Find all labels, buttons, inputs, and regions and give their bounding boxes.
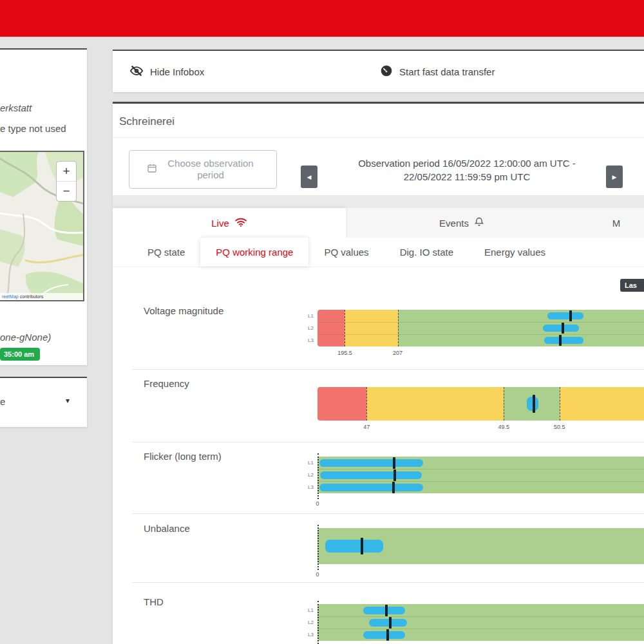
bell-icon <box>474 216 484 229</box>
chart-section: Voltage magnitude195.5207L1L2L3 <box>132 267 644 370</box>
map-zoom-in-button[interactable]: + <box>57 162 76 182</box>
row-label: L3 <box>299 632 314 638</box>
row-label: L1 <box>299 460 314 466</box>
infobox-panel: erkstatt e type not used + − reetMap con… <box>0 48 87 365</box>
zone-boundary-line <box>366 387 367 421</box>
range-bar <box>363 607 405 614</box>
fast-data-transfer-label: Start fast data transfer <box>399 66 495 77</box>
subtab-pq-values[interactable]: PQ values <box>308 238 384 267</box>
divider-strip <box>113 195 644 208</box>
row-label: L1 <box>299 607 314 613</box>
zero-line <box>317 453 319 499</box>
band-overlay: 0 <box>317 604 644 641</box>
hide-infobox-label: Hide Infobox <box>150 66 204 77</box>
subtab-pq-working-range[interactable]: PQ working range <box>200 238 308 267</box>
gauge-icon <box>380 64 393 79</box>
map-attribution: reetMap contributors <box>0 293 83 300</box>
range-bar <box>325 540 383 553</box>
tick-label: 207 <box>393 350 402 356</box>
device-type-note: e type not used <box>0 123 66 134</box>
map-attribution-link[interactable]: reetMap <box>2 294 19 299</box>
subtab-energy-values[interactable]: Energy values <box>469 238 561 267</box>
next-period-button[interactable]: ▶ <box>606 166 623 188</box>
chart-section: Flicker (long term)0L1L2L3 <box>132 442 644 514</box>
previous-period-button[interactable]: ◀ <box>301 166 317 188</box>
row-label: L3 <box>299 337 314 343</box>
tab-measurements[interactable]: M <box>578 208 644 238</box>
device-code: one-gNone) <box>0 332 51 343</box>
chart-title: Frequency <box>144 378 189 389</box>
main-panel: Schreinerei Choose observation period ◀ … <box>113 102 644 644</box>
sub-tabs: PQ state PQ working range PQ values Dig.… <box>113 238 644 267</box>
tick-label: 0 <box>316 500 319 507</box>
divider <box>113 137 644 138</box>
choose-observation-period-label: Choose observation period <box>162 158 259 181</box>
location-map[interactable]: + − reetMap contributors <box>0 151 84 301</box>
chart-section: THD0L1L2L3 <box>132 583 644 644</box>
zero-line <box>317 601 319 644</box>
zone-boundary-line <box>504 387 504 421</box>
tick-label: 49.5 <box>498 424 510 430</box>
calendar-icon <box>147 163 157 176</box>
tick-label: 50.5 <box>554 424 565 430</box>
timestamp-badge: 35:00 am <box>0 348 40 361</box>
subtab-pq-state[interactable]: PQ state <box>132 238 200 267</box>
chevron-down-icon[interactable]: ▾ <box>66 396 70 405</box>
row-label: L2 <box>299 472 314 478</box>
tab-events[interactable]: Events <box>346 208 578 238</box>
chart-title: Flicker (long term) <box>144 451 222 462</box>
choose-observation-period-button[interactable]: Choose observation period <box>129 150 277 189</box>
range-bar <box>319 459 424 467</box>
chart-section: Unbalance0 <box>132 514 644 583</box>
arrow-right-icon: ▶ <box>612 174 617 180</box>
map-zoom-out-button[interactable]: − <box>57 182 76 201</box>
value-marker <box>562 323 564 334</box>
zone-boundary-line <box>345 310 345 346</box>
zone-boundary-line <box>398 310 399 346</box>
range-bar <box>320 471 422 479</box>
map-zoom-control: + − <box>56 161 77 202</box>
range-bar <box>319 484 424 491</box>
pq-working-range-charts: Las Voltage magnitude195.5207L1L2L3Frequ… <box>113 267 644 644</box>
chart-section: Frequency4749.550.5 <box>132 370 644 442</box>
row-label: L1 <box>299 313 314 319</box>
range-bar <box>544 337 583 344</box>
tick-label: 195.5 <box>337 350 352 356</box>
value-marker <box>393 469 396 481</box>
chart-title: Unbalance <box>144 523 190 534</box>
tab-live[interactable]: Live <box>113 208 346 238</box>
fast-data-transfer-button[interactable]: Start fast data transfer <box>380 51 495 92</box>
value-marker <box>392 482 395 493</box>
top-banner <box>0 0 644 37</box>
device-name: erkstatt <box>0 102 32 113</box>
tab-measurements-label: M <box>612 218 621 229</box>
tab-live-label: Live <box>211 218 229 229</box>
sidebar-dropdown-label: e <box>0 396 5 407</box>
value-marker <box>533 395 535 413</box>
sidebar-dropdown-panel[interactable]: e ▾ <box>0 377 87 427</box>
chart-title: Voltage magnitude <box>144 305 223 316</box>
eye-off-icon <box>129 64 144 80</box>
tick-label: 0 <box>316 571 319 578</box>
range-bar <box>363 631 405 639</box>
zero-line <box>317 525 319 570</box>
subtab-dig-io-state[interactable]: Dig. IO state <box>384 238 469 267</box>
hide-infobox-button[interactable]: Hide Infobox <box>129 51 204 92</box>
value-marker <box>386 629 389 641</box>
band-overlay: 4749.550.5 <box>317 387 644 421</box>
top-toolbar: Hide Infobox Start fast data transfer <box>113 50 644 92</box>
band-overlay: 195.5207 <box>317 310 644 346</box>
range-bar <box>547 312 583 319</box>
band-overlay: 0 <box>317 528 644 564</box>
arrow-left-icon: ◀ <box>307 174 312 180</box>
map-attribution-text: contributors <box>19 294 44 299</box>
chart-title: THD <box>144 596 164 607</box>
range-bar <box>369 619 407 627</box>
wifi-icon <box>234 217 247 229</box>
value-marker <box>361 538 363 554</box>
value-marker <box>569 310 572 321</box>
value-marker <box>559 335 562 346</box>
main-tabs: Live Events M <box>113 208 644 238</box>
tick-label: 47 <box>363 424 370 430</box>
value-marker <box>385 605 388 616</box>
